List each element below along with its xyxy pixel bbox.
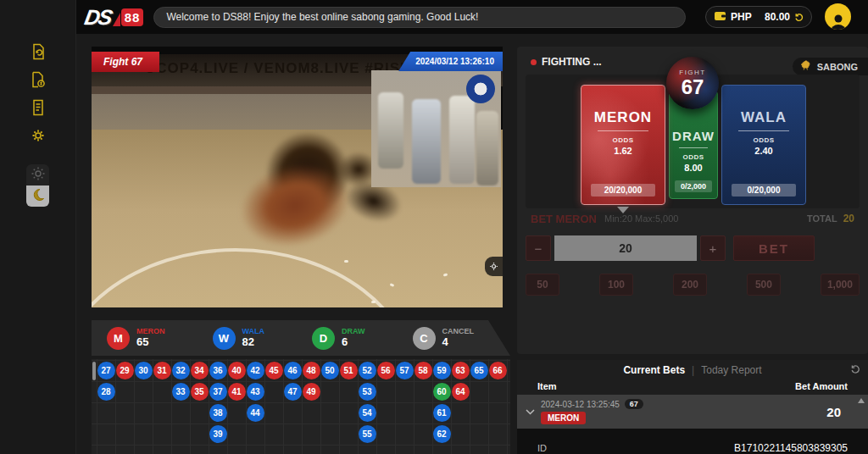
light-mode-button[interactable]	[26, 164, 49, 185]
pool-amount: 0/20,000	[732, 184, 796, 197]
chevron-down-icon[interactable]	[526, 409, 535, 415]
bets-panel-header: Current Bets | Today Report	[517, 360, 868, 379]
trend-cell: 44	[246, 402, 264, 424]
trend-cell: 55	[358, 424, 376, 445]
trend-result-31: 31	[153, 362, 171, 379]
total-label: TOTAL	[807, 213, 837, 224]
bet-side-label: BET MERON	[531, 213, 597, 225]
results-trend-board: 2728293031323334353637383940414243444546…	[92, 359, 510, 454]
trend-cell: 32	[171, 360, 190, 381]
trend-cell: 39	[209, 424, 227, 445]
trend-result-32: 32	[172, 362, 190, 379]
scroll-up-icon[interactable]	[858, 398, 865, 403]
stat-value: 82	[242, 336, 265, 349]
trend-cell: 61	[432, 402, 451, 424]
trend-cell: 28	[97, 381, 115, 402]
video-settings-button[interactable]	[485, 257, 503, 276]
col-item: Item	[537, 381, 557, 391]
trend-result-49: 49	[303, 383, 320, 401]
trend-cell: 51	[339, 360, 358, 381]
trend-result-54: 54	[359, 404, 376, 422]
bet-amount-input[interactable]	[554, 235, 697, 261]
stat-letter-icon: D	[312, 327, 335, 350]
trend-cell: 60	[432, 381, 451, 402]
chip-500[interactable]: 500	[747, 274, 781, 296]
trend-result-43: 43	[247, 383, 264, 401]
wallet-icon	[714, 9, 726, 25]
debris-speck	[344, 260, 348, 263]
card-divider	[679, 147, 709, 148]
bet-card-wala[interactable]: WALA ODDS 2.40 0/20,000	[721, 85, 806, 205]
sidebar-item-transactions[interactable]	[27, 70, 49, 92]
trend-cell: 48	[302, 360, 320, 381]
topbar: DS 88 Welcome to DS88! Enjoy the best on…	[76, 0, 868, 34]
chip-50[interactable]: 50	[526, 274, 559, 296]
provider-label: SABONG	[817, 62, 858, 72]
app-root: DS 88 Welcome to DS88! Enjoy the best on…	[0, 0, 868, 454]
decrease-bet-button[interactable]: −	[526, 235, 551, 261]
sidebar-item-settings[interactable]	[27, 126, 49, 148]
trend-result-62: 62	[433, 425, 451, 443]
spectators-inset	[371, 70, 501, 187]
trend-result-34: 34	[191, 362, 209, 379]
trend-result-56: 56	[377, 362, 395, 379]
live-video-player[interactable]: UCOP4.LIVE / VENOM8.LIVE #RISKISAN Fight…	[92, 47, 503, 307]
stat-value: 4	[442, 336, 475, 349]
card-title: WALA	[722, 109, 805, 126]
trend-result-61: 61	[433, 404, 451, 422]
chip-100[interactable]: 100	[599, 274, 633, 296]
bet-id-value: B1710221145803839305	[734, 442, 848, 454]
quick-chip-row: 501002005001,000	[526, 274, 860, 296]
bet-amount-value: 20	[826, 405, 860, 419]
trend-scrollbar[interactable]	[92, 362, 96, 380]
trend-cell: 41	[227, 381, 246, 402]
ds88-logo[interactable]: DS 88	[85, 5, 143, 30]
trend-result-42: 42	[247, 362, 264, 379]
rooster-icon	[800, 60, 812, 73]
dark-mode-button[interactable]	[26, 185, 49, 207]
place-bet-button[interactable]: BET	[733, 235, 815, 261]
user-avatar[interactable]	[825, 3, 851, 30]
trend-cell: 62	[432, 424, 451, 445]
trend-cell: 65	[470, 360, 488, 381]
bet-card-meron[interactable]: MERON ODDS 1.62 20/20,000	[581, 85, 665, 205]
trend-cell: 49	[302, 381, 320, 402]
logo-red-wedge	[113, 13, 120, 26]
trend-cell: 59	[432, 360, 451, 381]
tab-separator: |	[692, 364, 694, 376]
debris-speck	[371, 301, 376, 303]
trend-result-59: 59	[433, 362, 451, 379]
welcome-marquee: Welcome to DS88! Enjoy the best online s…	[153, 7, 686, 28]
trend-cell: 31	[153, 360, 171, 381]
sidebar-item-bet-records[interactable]	[27, 42, 49, 64]
stat-meron: MMERON65	[107, 327, 165, 350]
refresh-balance-icon[interactable]	[794, 13, 804, 22]
trend-cell: 63	[451, 360, 470, 381]
refresh-bets-icon[interactable]	[850, 364, 860, 374]
bets-column-headers: Item Bet Amount	[517, 379, 868, 395]
provider-badge[interactable]: SABONG	[793, 58, 868, 75]
trend-cell: 56	[376, 360, 395, 381]
wallet-balance-pill[interactable]: PHP 80.00	[705, 6, 812, 28]
chip-1000[interactable]: 1,000	[821, 274, 860, 296]
bet-row[interactable]: 2024-03-12 13:25:45 67 MERON 20	[517, 395, 868, 429]
trend-cell: 34	[190, 360, 209, 381]
tab-today-report[interactable]: Today Report	[701, 364, 761, 376]
sidebar-item-rules[interactable]	[27, 98, 49, 120]
trend-cell: 36	[209, 360, 227, 381]
trend-result-48: 48	[303, 362, 320, 379]
card-title: DRAW	[670, 129, 717, 143]
trend-result-57: 57	[396, 362, 414, 379]
increase-bet-button[interactable]: +	[700, 235, 726, 261]
trend-cell: 30	[134, 360, 153, 381]
sphere-fight-number: 67	[682, 76, 704, 97]
trend-cell: 58	[414, 360, 432, 381]
chip-200[interactable]: 200	[673, 274, 707, 296]
trend-result-37: 37	[209, 383, 227, 401]
trend-cell: 37	[209, 381, 227, 402]
tab-current-bets[interactable]: Current Bets	[623, 364, 685, 376]
trend-result-58: 58	[415, 362, 432, 379]
spectator-figure	[476, 111, 498, 185]
bet-id-label: ID	[537, 443, 547, 453]
arena-logo-badge	[466, 75, 495, 103]
